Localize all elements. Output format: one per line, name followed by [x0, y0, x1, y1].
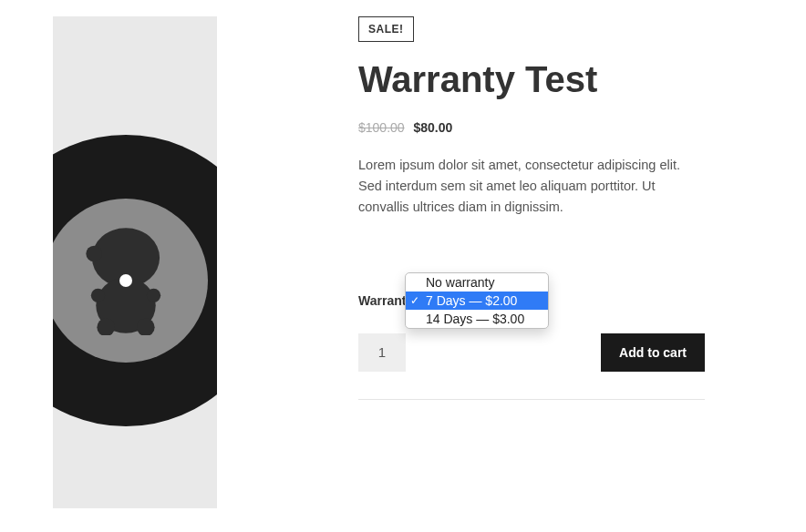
quantity-input[interactable]: [358, 333, 406, 372]
warranty-option-14days[interactable]: 14 Days — $3.00: [406, 310, 548, 328]
price-sale: $80.00: [414, 120, 453, 135]
price-original: $100.00: [358, 120, 405, 135]
warranty-option-7days[interactable]: ✓ 7 Days — $2.00: [406, 292, 548, 310]
product-title: Warranty Test: [358, 58, 705, 100]
sale-badge: SALE!: [358, 16, 414, 42]
svg-point-6: [147, 289, 160, 302]
product-image[interactable]: [53, 16, 217, 508]
warranty-option-none[interactable]: No warranty: [406, 273, 548, 292]
add-to-cart-button[interactable]: Add to cart: [601, 333, 705, 372]
svg-point-5: [91, 289, 105, 302]
price-row: $100.00 $80.00: [358, 120, 705, 135]
warranty-dropdown[interactable]: No warranty ✓ 7 Days — $2.00 14 Days — $…: [405, 272, 549, 329]
check-icon: ✓: [410, 292, 419, 309]
vinyl-record-icon: [53, 135, 217, 426]
divider: [358, 399, 705, 400]
svg-point-1: [86, 246, 101, 261]
product-description: Lorem ipsum dolor sit amet, consectetur …: [358, 155, 705, 219]
